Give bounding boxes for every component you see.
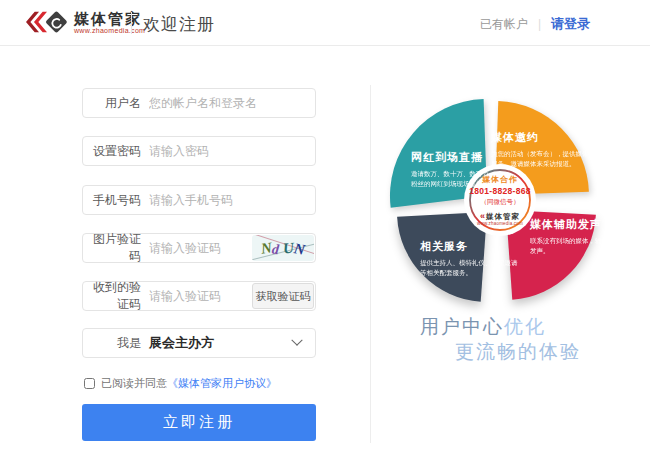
agreement-text: 已阅读并同意	[101, 376, 167, 391]
tagline-line1: 用户中心优化	[420, 314, 546, 340]
login-link[interactable]: 请登录	[551, 15, 590, 33]
username-field-row: 用户名	[82, 88, 316, 118]
get-code-button[interactable]: 获取验证码	[252, 283, 314, 309]
chevron-down-icon	[291, 335, 302, 346]
user-agreement-link[interactable]: 《媒体管家用户协议》	[167, 376, 277, 391]
header-divider	[131, 12, 132, 34]
image-captcha-label: 图片验证码	[83, 231, 141, 265]
password-field-row: 设置密码	[82, 136, 316, 166]
phone-input[interactable]	[149, 193, 315, 207]
image-captcha-field-row: 图片验证码 N d U N	[82, 233, 316, 263]
register-button[interactable]: 立即注册	[82, 404, 316, 441]
center-circle-ring	[470, 170, 530, 230]
username-label: 用户名	[83, 95, 141, 112]
password-input[interactable]	[149, 144, 315, 158]
role-select[interactable]: 我是 展会主办方	[82, 328, 316, 358]
username-input[interactable]	[149, 96, 315, 110]
vertical-divider	[370, 85, 371, 443]
phone-label: 手机号码	[83, 192, 141, 209]
have-account-label: 已有帐户	[480, 16, 528, 33]
page-title: 欢迎注册	[143, 13, 215, 36]
header-separator: |	[538, 17, 541, 31]
segment-related-services	[397, 212, 487, 302]
role-label: 我是	[83, 335, 141, 352]
password-label: 设置密码	[83, 143, 141, 160]
services-infographic: 网红到场直播 邀请数万、数十万、数百万粉丝的网红到场现场直播。 媒体邀约 为您的…	[375, 58, 645, 398]
brand-url: www.zhaomedia.com	[74, 27, 145, 35]
captcha-char: N	[292, 240, 306, 259]
tagline-line2: 更流畅的体验	[455, 339, 581, 365]
phone-field-row: 手机号码	[82, 185, 316, 215]
sms-code-label: 收到的验证码	[83, 279, 141, 313]
register-page: 媒体管家 www.zhaomedia.com 欢迎注册 已有帐户 | 请登录 用…	[0, 0, 650, 466]
sms-code-field-row: 收到的验证码 获取验证码	[82, 281, 316, 311]
captcha-image[interactable]: N d U N	[252, 235, 314, 261]
brand-logo[interactable]: 媒体管家 www.zhaomedia.com	[26, 7, 145, 37]
agreement-checkbox[interactable]	[84, 378, 95, 389]
agreement-row: 已阅读并同意 《媒体管家用户协议》	[84, 376, 277, 391]
brand-name: 媒体管家	[74, 10, 145, 27]
brand-logo-icon	[26, 7, 68, 37]
captcha-char: d	[271, 242, 280, 259]
header: 媒体管家 www.zhaomedia.com 欢迎注册 已有帐户 | 请登录	[0, 0, 650, 46]
role-selected-value: 展会主办方	[149, 334, 293, 352]
